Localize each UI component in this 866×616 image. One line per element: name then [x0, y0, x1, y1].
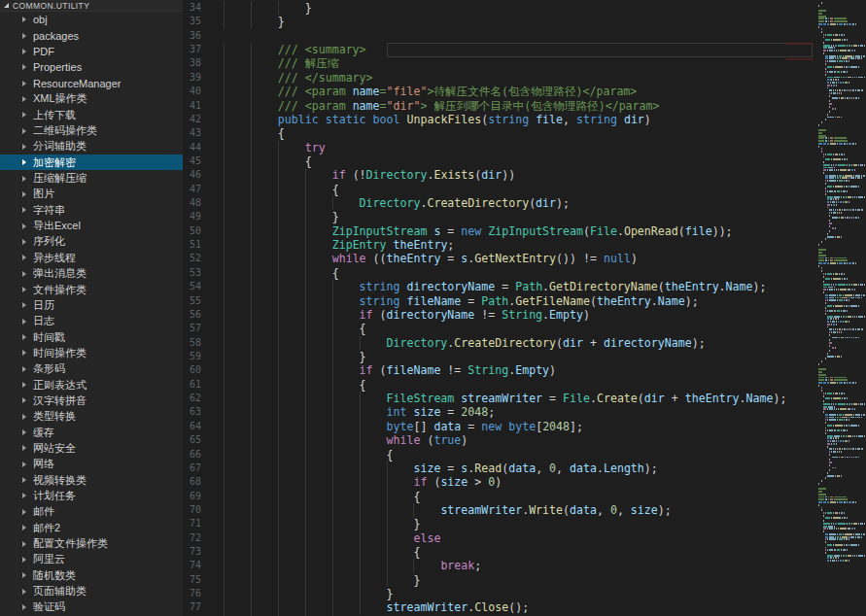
sidebar-item-obj[interactable]: obj [0, 12, 183, 27]
code-line-60[interactable]: 60 if (fileName != String.Empty) [183, 363, 814, 377]
code-line-56[interactable]: 56 if (directoryName != String.Empty) [183, 308, 814, 322]
sidebar-item-上传下载[interactable]: 上传下载 [0, 107, 183, 122]
sidebar-item-日历[interactable]: 日历 [0, 297, 183, 313]
code-line-61[interactable]: 61 { [183, 378, 814, 392]
code-line-58[interactable]: 58 Directory.CreateDirectory(dir + direc… [183, 336, 814, 350]
sidebar-item-缓存[interactable]: 缓存 [0, 425, 183, 440]
indent-guide [251, 433, 252, 447]
indent-guide [278, 531, 279, 545]
code-line-62[interactable]: 62 FileStream streamWriter = File.Create… [183, 392, 814, 405]
sidebar-item-验证码[interactable]: 验证码 [0, 599, 183, 615]
code-line-49[interactable]: 49 } [183, 210, 814, 223]
code-line-39[interactable]: 39 /// </summary> [183, 71, 814, 85]
code-line-77[interactable]: 77 streamWriter.Close(); [183, 600, 814, 614]
sidebar-item-时间戳[interactable]: 时间戳 [0, 329, 183, 345]
sidebar-item-邮件2[interactable]: 邮件2 [0, 520, 183, 535]
code-line-72[interactable]: 72 else [183, 531, 814, 545]
code-line-34[interactable]: 34 } [183, 1, 814, 15]
code-line-65[interactable]: 65 while (true) [183, 433, 814, 447]
sidebar-item-文件操作类[interactable]: 文件操作类 [0, 282, 183, 297]
code-line-45[interactable]: 45 { [183, 154, 814, 168]
sidebar-item-网络[interactable]: 网络 [0, 457, 183, 472]
code-line-46[interactable]: 46 if (!Directory.Exists(dir)) [183, 168, 814, 182]
code-line-38[interactable]: 38 /// 解压缩 [183, 56, 814, 70]
sidebar-item-分词辅助类[interactable]: 分词辅助类 [0, 139, 183, 154]
sidebar-item-条形码[interactable]: 条形码 [0, 361, 183, 377]
indent-guide [305, 517, 306, 530]
line-number: 69 [183, 490, 201, 503]
sidebar-item-网站安全[interactable]: 网站安全 [0, 440, 183, 456]
sidebar-item-计划任务[interactable]: 计划任务 [0, 488, 183, 503]
code-line-36[interactable]: 36 [183, 29, 814, 43]
code-line-69[interactable]: 69 { [183, 490, 814, 503]
chevron-right-icon [22, 33, 26, 39]
sidebar-item-配置文件操作类[interactable]: 配置文件操作类 [0, 535, 183, 551]
code-line-57[interactable]: 57 { [183, 322, 814, 335]
sidebar-item-XML操作类[interactable]: XML操作类 [0, 91, 183, 107]
sidebar-item-邮件[interactable]: 邮件 [0, 504, 183, 520]
code-line-52[interactable]: 52 while ((theEntry = s.GetNextEntry()) … [183, 252, 814, 265]
sidebar-item-时间操作类[interactable]: 时间操作类 [0, 345, 183, 360]
code-line-54[interactable]: 54 string directoryName = Path.GetDirect… [183, 280, 814, 293]
code-line-37[interactable]: 37 /// <summary> [183, 43, 814, 56]
code-line-59[interactable]: 59 } [183, 350, 814, 363]
code-line-40[interactable]: 40 /// <param name="file">待解压文件名(包含物理路径)… [183, 85, 814, 98]
sidebar-item-序列化[interactable]: 序列化 [0, 234, 183, 250]
code-line-43[interactable]: 43 { [183, 126, 814, 140]
sidebar-item-页面辅助类[interactable]: 页面辅助类 [0, 583, 183, 599]
line-number: 52 [183, 252, 201, 265]
sidebar-item-Properties[interactable]: Properties [0, 59, 183, 75]
code-line-76[interactable]: 76 } [183, 587, 814, 600]
code-line-74[interactable]: 74 break; [183, 559, 814, 572]
code-line-68[interactable]: 68 if (size > 0) [183, 475, 814, 489]
sidebar-item-加密解密[interactable]: 加密解密 [0, 154, 183, 170]
code-line-53[interactable]: 53 { [183, 266, 814, 280]
code-line-66[interactable]: 66 { [183, 448, 814, 462]
sidebar-item-类型转换[interactable]: 类型转换 [0, 409, 183, 425]
sidebar-item-压缩解压缩[interactable]: 压缩解压缩 [0, 170, 183, 186]
sidebar-item-随机数类[interactable]: 随机数类 [0, 567, 183, 583]
sidebar-item-PDF[interactable]: PDF [0, 44, 183, 59]
minimap[interactable] [814, 0, 866, 616]
code-line-67[interactable]: 67 size = s.Read(data, 0, data.Length); [183, 462, 814, 475]
sidebar-item-label: 条形码 [33, 361, 65, 376]
sidebar-item-汉字转拼音[interactable]: 汉字转拼音 [0, 393, 183, 408]
code-line-51[interactable]: 51 ZipEntry theEntry; [183, 238, 814, 252]
code-line-63[interactable]: 63 int size = 2048; [183, 405, 814, 419]
sidebar-item-正则表达式[interactable]: 正则表达式 [0, 377, 183, 393]
chevron-right-icon [22, 334, 26, 340]
code-line-55[interactable]: 55 string fileName = Path.GetFileName(th… [183, 294, 814, 308]
indent-guide [305, 433, 306, 447]
code-line-44[interactable]: 44 try [183, 141, 814, 154]
code-line-71[interactable]: 71 } [183, 517, 814, 530]
ide-window: COMMON.UTILITY objpackagesPDFPropertiesR… [0, 0, 866, 616]
code-line-75[interactable]: 75 } [183, 573, 814, 587]
sidebar-item-阿里云[interactable]: 阿里云 [0, 552, 183, 567]
code-line-47[interactable]: 47 { [183, 183, 814, 196]
sidebar-item-导出Excel[interactable]: 导出Excel [0, 218, 183, 233]
sidebar-item-字符串[interactable]: 字符串 [0, 202, 183, 218]
sidebar-item-日志[interactable]: 日志 [0, 314, 183, 329]
code-editor[interactable]: 34 }35 }3637 /// <summary>38 /// 解压缩39 /… [183, 0, 866, 616]
sidebar-item-二维码操作类[interactable]: 二维码操作类 [0, 122, 183, 138]
sidebar-item-packages[interactable]: packages [0, 27, 183, 43]
minimap-line [814, 100, 866, 102]
code-line-73[interactable]: 73 { [183, 545, 814, 559]
code-line-70[interactable]: 70 streamWriter.Write(data, 0, size); [183, 503, 814, 517]
chevron-right-icon [22, 445, 26, 451]
code-line-42[interactable]: 42 public static bool UnpackFiles(string… [183, 113, 814, 126]
code-line-41[interactable]: 41 /// <param name="dir"> 解压到哪个目录中(包含物理路… [183, 99, 814, 113]
indent-guide [224, 308, 225, 322]
sidebar-item-ResourceManager[interactable]: ResourceManager [0, 75, 183, 90]
code-line-64[interactable]: 64 byte[] data = new byte[2048]; [183, 420, 814, 433]
project-root-node[interactable]: COMMON.UTILITY [0, 0, 183, 12]
sidebar-item-异步线程[interactable]: 异步线程 [0, 250, 183, 265]
minimap-line [814, 345, 866, 347]
code-line-50[interactable]: 50 ZipInputStream s = new ZipInputStream… [183, 224, 814, 238]
code-line-35[interactable]: 35 } [183, 15, 814, 28]
sidebar-item-弹出消息类[interactable]: 弹出消息类 [0, 266, 183, 282]
code-line-48[interactable]: 48 Directory.CreateDirectory(dir); [183, 196, 814, 210]
sidebar-item-视频转换类[interactable]: 视频转换类 [0, 472, 183, 488]
sidebar-item-图片[interactable]: 图片 [0, 187, 183, 202]
sidebar-item-label: 字符串 [33, 203, 65, 218]
